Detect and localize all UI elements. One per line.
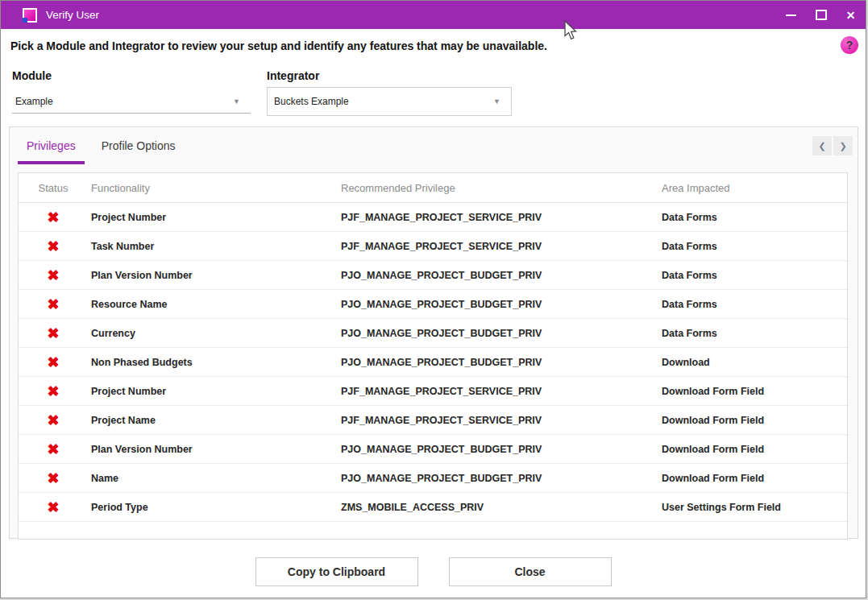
cell-area: Data Forms (658, 212, 847, 223)
error-x-icon: ✖ (47, 296, 59, 312)
cell-privilege: PJF_MANAGE_PROJECT_SERVICE_PRIV (338, 241, 658, 252)
chevron-left-icon: ❮ (818, 141, 825, 151)
tab-profile-options[interactable]: Profile Options (93, 127, 185, 164)
cell-area: Download Form Field (658, 473, 847, 484)
maximize-button[interactable] (806, 1, 836, 29)
table-row[interactable]: ✖ Project Number PJF_MANAGE_PROJECT_SERV… (19, 377, 847, 406)
chevron-down-icon: ▼ (233, 97, 240, 106)
cell-functionality: Resource Name (88, 299, 338, 310)
module-select-value: Example (15, 96, 53, 107)
cell-area: User Settings Form Field (658, 502, 847, 513)
table-row[interactable]: ✖ Resource Name PJO_MANAGE_PROJECT_BUDGE… (19, 290, 847, 319)
privileges-table: Status Functionality Recommended Privile… (18, 172, 848, 540)
cell-privilege: PJO_MANAGE_PROJECT_BUDGET_PRIV (338, 357, 658, 368)
help-icon: ? (846, 39, 853, 52)
cell-area: Download Form Field (658, 415, 847, 426)
window-title: Verify User (46, 9, 99, 21)
table-empty-row (19, 522, 847, 539)
module-label: Module (12, 69, 52, 82)
cell-area: Data Forms (658, 270, 847, 281)
chevron-right-icon: ❯ (839, 141, 846, 151)
cell-privilege: PJO_MANAGE_PROJECT_BUDGET_PRIV (338, 270, 658, 281)
table-row[interactable]: ✖ Non Phased Budgets PJO_MANAGE_PROJECT_… (19, 348, 847, 377)
error-x-icon: ✖ (47, 383, 59, 399)
table-row[interactable]: ✖ Project Name PJF_MANAGE_PROJECT_SERVIC… (19, 406, 847, 435)
footer-buttons: Copy to Clipboard Close (1, 557, 866, 586)
cell-functionality: Project Number (88, 386, 338, 397)
column-header-functionality: Functionality (88, 182, 338, 194)
error-x-icon: ✖ (47, 412, 59, 428)
cell-privilege: PJF_MANAGE_PROJECT_SERVICE_PRIV (338, 212, 658, 223)
table-row[interactable]: ✖ Plan Version Number PJO_MANAGE_PROJECT… (19, 261, 847, 290)
integrator-select-value: Buckets Example (274, 96, 349, 107)
error-x-icon: ✖ (47, 209, 59, 226)
error-x-icon: ✖ (47, 325, 59, 341)
copy-to-clipboard-button[interactable]: Copy to Clipboard (255, 557, 418, 586)
scroll-right-button[interactable]: ❯ (833, 136, 853, 155)
cell-functionality: Project Number (88, 212, 338, 223)
tab-scroll-buttons: ❮ ❯ (812, 136, 853, 155)
window-controls: ✕ (776, 1, 866, 29)
minimize-icon (786, 14, 796, 16)
cell-functionality: Name (88, 473, 338, 484)
table-row[interactable]: ✖ Name PJO_MANAGE_PROJECT_BUDGET_PRIV Do… (19, 464, 847, 493)
app-icon-blue-square (23, 18, 27, 23)
table-row[interactable]: ✖ Plan Version Number PJO_MANAGE_PROJECT… (19, 435, 847, 464)
error-x-icon: ✖ (47, 354, 59, 370)
tab-panel: Privileges Profile Options ❮ ❯ Status Fu… (9, 126, 858, 539)
table-row[interactable]: ✖ Period Type ZMS_MOBILE_ACCESS_PRIV Use… (19, 493, 847, 522)
error-x-icon: ✖ (47, 267, 59, 283)
cell-area: Download Form Field (658, 444, 847, 455)
cell-privilege: PJF_MANAGE_PROJECT_SERVICE_PRIV (338, 415, 658, 426)
chevron-down-icon: ▼ (493, 97, 500, 106)
error-x-icon: ✖ (47, 499, 59, 515)
table-row[interactable]: ✖ Task Number PJF_MANAGE_PROJECT_SERVICE… (19, 232, 847, 261)
table-row[interactable]: ✖ Currency PJO_MANAGE_PROJECT_BUDGET_PRI… (19, 319, 847, 348)
integrator-label: Integrator (267, 69, 319, 82)
error-x-icon: ✖ (47, 441, 59, 457)
cell-functionality: Currency (88, 328, 338, 339)
table-header-row: Status Functionality Recommended Privile… (19, 173, 847, 203)
column-header-status: Status (19, 182, 88, 194)
module-select[interactable]: Example ▼ (12, 89, 251, 114)
cell-area: Data Forms (658, 299, 847, 310)
cell-area: Data Forms (658, 241, 847, 252)
cell-area: Download (658, 357, 847, 368)
cell-privilege: ZMS_MOBILE_ACCESS_PRIV (338, 502, 658, 513)
table-body: ✖ Project Number PJF_MANAGE_PROJECT_SERV… (19, 203, 847, 522)
error-x-icon: ✖ (47, 470, 59, 486)
tab-bar: Privileges Profile Options (18, 127, 185, 164)
column-header-area: Area Impacted (658, 182, 847, 194)
cell-functionality: Task Number (88, 241, 338, 252)
cell-functionality: Plan Version Number (88, 270, 338, 281)
cell-area: Download Form Field (658, 386, 847, 397)
cell-privilege: PJO_MANAGE_PROJECT_BUDGET_PRIV (338, 473, 658, 484)
cell-functionality: Period Type (88, 502, 338, 513)
cell-privilege: PJO_MANAGE_PROJECT_BUDGET_PRIV (338, 444, 658, 455)
titlebar: Verify User ✕ (1, 1, 866, 29)
cell-privilege: PJO_MANAGE_PROJECT_BUDGET_PRIV (338, 299, 658, 310)
cell-area: Data Forms (658, 328, 847, 339)
integrator-select[interactable]: Buckets Example ▼ (267, 87, 512, 116)
close-icon: ✕ (846, 9, 856, 22)
dialog-description: Pick a Module and Integrator to review y… (10, 39, 547, 52)
tab-privileges[interactable]: Privileges (18, 127, 85, 164)
cell-functionality: Plan Version Number (88, 444, 338, 455)
maximize-icon (816, 10, 827, 20)
table-row[interactable]: ✖ Project Number PJF_MANAGE_PROJECT_SERV… (19, 203, 847, 232)
column-header-privilege: Recommended Privilege (338, 182, 658, 194)
app-icon (23, 8, 37, 23)
minimize-button[interactable] (776, 1, 806, 29)
close-dialog-button[interactable]: Close (449, 557, 612, 586)
cell-privilege: PJO_MANAGE_PROJECT_BUDGET_PRIV (338, 328, 658, 339)
scroll-left-button[interactable]: ❮ (812, 136, 832, 155)
cell-privilege: PJF_MANAGE_PROJECT_SERVICE_PRIV (338, 386, 658, 397)
help-button[interactable]: ? (841, 36, 858, 54)
close-button[interactable]: ✕ (836, 1, 866, 29)
cell-functionality: Non Phased Budgets (88, 357, 338, 368)
cell-functionality: Project Name (88, 415, 338, 426)
verify-user-dialog: Verify User ✕ Pick a Module and Integrat… (0, 0, 866, 598)
error-x-icon: ✖ (47, 238, 59, 254)
